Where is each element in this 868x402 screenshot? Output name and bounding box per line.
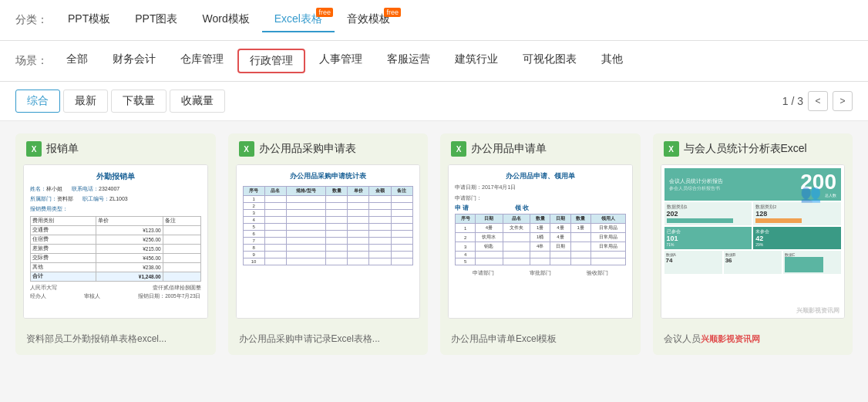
card-2-desc: 办公用品采购申请记录Excel表格...: [239, 333, 418, 346]
scene-all[interactable]: 全部: [56, 49, 99, 73]
excel-icon-2: X: [239, 141, 254, 157]
prev-page-button[interactable]: <: [808, 91, 828, 111]
scene-other[interactable]: 其他: [590, 49, 634, 73]
chart-bottom-grid: 数据A 74 数据B 36 数据C: [664, 251, 842, 274]
card-4-desc: 会议人员兴顺影视资讯网: [664, 333, 843, 346]
sort-downloads[interactable]: 下载量: [111, 90, 167, 113]
category-tabs: PPT模板 PPT图表 Word模板 Excel表格 free 音效模板 fre…: [56, 8, 402, 32]
scene-hr[interactable]: 人事管理: [308, 49, 373, 73]
cards-container: X 报销单 外勤报销单 姓名：林小姐 联系电话：2324007 所属部门：资料部…: [0, 121, 868, 367]
card-4-footer: 会议人员兴顺影视资讯网: [653, 326, 853, 355]
top-bar: 分类： PPT模板 PPT图表 Word模板 Excel表格 free 音效模板…: [0, 0, 868, 41]
preview-2-title: 办公用品采购申请统计表: [243, 171, 414, 181]
sort-favorites[interactable]: 收藏量: [170, 90, 225, 113]
preview-3-table: 序号日期品名数量日期数量领用人 14册文件夹1册4册1册日常用品 2饮用水1桶4…: [455, 214, 626, 265]
card-1-header: X 报销单: [15, 133, 216, 164]
card-2-title: 办公用品采购申请表: [259, 142, 356, 156]
card-3-desc: 办公用品申请单Excel模板: [451, 333, 630, 346]
sort-tabs: 综合 最新 下载量 收藏量: [15, 90, 225, 113]
tab-ppt-chart[interactable]: PPT图表: [123, 8, 190, 32]
scene-visual[interactable]: 可视化图表: [512, 49, 587, 73]
card-3-title: 办公用品申请单: [471, 142, 547, 156]
excel-icon-1: X: [26, 141, 42, 157]
card-4-header: X 与会人员统计分析表Excel: [653, 133, 853, 164]
chart-grid: 数据类别1 202 数据类别2 128 已参会 101 71%: [664, 202, 842, 249]
excel-icon-4: X: [664, 141, 679, 157]
card-4-image: 会议人员统计分析报告 参会人员综合分析报告书 200 总人数 👥 数据类别1 2…: [661, 164, 846, 319]
scene-label: 场景：: [15, 54, 48, 68]
scene-bar: 场景： 全部 财务会计 仓库管理 行政管理 人事管理 客服运营 建筑行业 可视化…: [0, 41, 868, 82]
card-purchase[interactable]: X 办公用品采购申请表 办公用品采购申请统计表 序号品名规格/型号数量单价金额备…: [228, 133, 429, 355]
preview-2-table: 序号品名规格/型号数量单价金额备注 1 2 3 4 5 6 7 8 9 10: [243, 186, 414, 265]
pagination: 1 / 3 < >: [782, 91, 853, 111]
card-3-header: X 办公用品申请单: [440, 133, 641, 164]
card-4-title: 与会人员统计分析表Excel: [684, 142, 807, 156]
excel-badge: free: [316, 8, 333, 17]
sort-bar: 综合 最新 下载量 收藏量 1 / 3 < >: [0, 82, 868, 121]
card-2-image: 办公用品采购申请统计表 序号品名规格/型号数量单价金额备注 1 2 3 4 5 …: [236, 164, 421, 319]
scene-construction[interactable]: 建筑行业: [444, 49, 509, 73]
card-1-title: 报销单: [46, 142, 79, 156]
sort-latest[interactable]: 最新: [63, 90, 108, 113]
scene-tabs: 全部 财务会计 仓库管理 行政管理 人事管理 客服运营 建筑行业 可视化图表 其…: [56, 49, 634, 73]
tab-excel-table[interactable]: Excel表格 free: [262, 8, 335, 32]
audio-badge: free: [384, 8, 401, 17]
person-icon: 👥: [800, 184, 821, 204]
card-2-footer: 办公用品采购申请记录Excel表格...: [228, 326, 429, 355]
card-meeting-stats[interactable]: X 与会人员统计分析表Excel 会议人员统计分析报告 参会人员综合分析报告书 …: [653, 133, 853, 355]
scene-admin[interactable]: 行政管理: [237, 49, 305, 73]
card-requisition[interactable]: X 办公用品申请单 办公用品申请、领用单 申请日期：2017年4月1日 申请部门…: [440, 133, 641, 355]
scene-customer[interactable]: 客服运营: [376, 49, 441, 73]
next-page-button[interactable]: >: [833, 91, 853, 111]
preview-1-table: 费用类别单价备注 交通费¥123.00 住宿费¥256.00 差旅费¥215.0…: [30, 216, 201, 282]
category-label: 分类：: [15, 13, 48, 27]
watermark: 兴顺影视资讯网: [796, 306, 839, 315]
preview-1-title: 外勤报销单: [30, 171, 201, 182]
card-3-image: 办公用品申请、领用单 申请日期：2017年4月1日 申请部门： 申 请 领 收 …: [448, 164, 633, 319]
scene-finance[interactable]: 财务会计: [102, 49, 167, 73]
card-3-footer: 办公用品申请单Excel模板: [440, 326, 641, 355]
sort-comprehensive[interactable]: 综合: [15, 90, 60, 113]
card-1-desc: 资料部员工外勤报销单表格excel...: [26, 333, 205, 346]
tab-word-template[interactable]: Word模板: [190, 8, 261, 32]
card-reimbursement[interactable]: X 报销单 外勤报销单 姓名：林小姐 联系电话：2324007 所属部门：资料部…: [15, 133, 216, 355]
card-1-footer: 资料部员工外勤报销单表格excel...: [15, 326, 216, 355]
page-info: 1 / 3: [782, 95, 803, 107]
card-2-header: X 办公用品采购申请表: [228, 133, 429, 164]
card-1-image: 外勤报销单 姓名：林小姐 联系电话：2324007 所属部门：资料部 职工编号：…: [23, 164, 208, 319]
preview-3-title: 办公用品申请、领用单: [455, 171, 626, 181]
scene-warehouse[interactable]: 仓库管理: [170, 49, 234, 73]
excel-icon-3: X: [451, 141, 466, 157]
tab-ppt-template[interactable]: PPT模板: [56, 8, 123, 32]
tab-audio-template[interactable]: 音效模板 free: [335, 8, 402, 32]
